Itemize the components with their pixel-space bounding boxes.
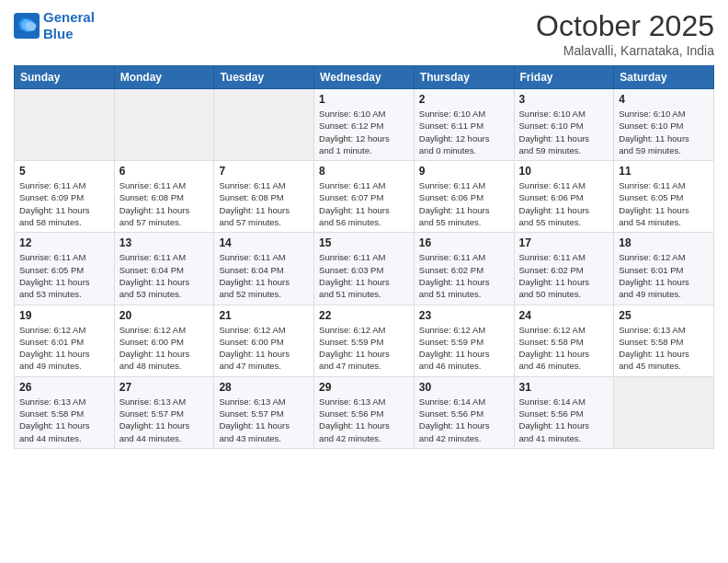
- calendar-day-3: 3Sunrise: 6:10 AM Sunset: 6:10 PM Daylig…: [514, 89, 614, 161]
- day-number: 13: [119, 236, 210, 249]
- calendar-day-12: 12Sunrise: 6:11 AM Sunset: 6:05 PM Dayli…: [15, 233, 115, 304]
- day-number: 25: [619, 309, 709, 322]
- day-info: Sunrise: 6:13 AM Sunset: 5:58 PM Dayligh…: [19, 396, 109, 444]
- day-number: 8: [319, 165, 409, 178]
- calendar-day-25: 25Sunrise: 6:13 AM Sunset: 5:58 PM Dayli…: [614, 304, 714, 376]
- day-info: Sunrise: 6:11 AM Sunset: 6:04 PM Dayligh…: [219, 251, 309, 300]
- day-info: Sunrise: 6:11 AM Sunset: 6:02 PM Dayligh…: [419, 251, 509, 300]
- header: General Blue October 2025 Malavalli, Kar…: [14, 9, 714, 58]
- logo: General Blue: [14, 9, 95, 42]
- location: Malavalli, Karnataka, India: [536, 43, 714, 58]
- day-number: 20: [119, 309, 210, 322]
- calendar-week-5: 26Sunrise: 6:13 AM Sunset: 5:58 PM Dayli…: [15, 376, 714, 448]
- calendar-table: SundayMondayTuesdayWednesdayThursdayFrid…: [14, 65, 714, 449]
- day-info: Sunrise: 6:12 AM Sunset: 5:58 PM Dayligh…: [519, 324, 609, 373]
- calendar-header-monday: Monday: [114, 66, 214, 89]
- calendar-day-7: 7Sunrise: 6:11 AM Sunset: 6:08 PM Daylig…: [214, 161, 314, 233]
- day-info: Sunrise: 6:12 AM Sunset: 5:59 PM Dayligh…: [419, 324, 509, 373]
- day-number: 26: [19, 381, 109, 394]
- day-number: 15: [319, 236, 409, 249]
- day-info: Sunrise: 6:14 AM Sunset: 5:56 PM Dayligh…: [419, 396, 509, 444]
- calendar-day-13: 13Sunrise: 6:11 AM Sunset: 6:04 PM Dayli…: [114, 233, 214, 304]
- day-number: 12: [19, 236, 109, 249]
- day-info: Sunrise: 6:12 AM Sunset: 6:01 PM Dayligh…: [19, 324, 109, 373]
- calendar-day-28: 28Sunrise: 6:13 AM Sunset: 5:57 PM Dayli…: [214, 376, 314, 448]
- calendar-day-16: 16Sunrise: 6:11 AM Sunset: 6:02 PM Dayli…: [414, 233, 514, 304]
- day-number: 29: [319, 381, 409, 394]
- day-number: 5: [19, 165, 109, 178]
- calendar-day-6: 6Sunrise: 6:11 AM Sunset: 6:08 PM Daylig…: [114, 161, 214, 233]
- calendar-header-tuesday: Tuesday: [214, 66, 314, 89]
- calendar-header-sunday: Sunday: [15, 66, 115, 89]
- calendar-header-row: SundayMondayTuesdayWednesdayThursdayFrid…: [15, 66, 714, 89]
- day-number: 10: [519, 165, 609, 178]
- day-info: Sunrise: 6:10 AM Sunset: 6:10 PM Dayligh…: [519, 108, 609, 156]
- calendar-day-29: 29Sunrise: 6:13 AM Sunset: 5:56 PM Dayli…: [314, 376, 415, 448]
- calendar-week-1: 1Sunrise: 6:10 AM Sunset: 6:12 PM Daylig…: [15, 89, 714, 161]
- day-number: 16: [419, 236, 509, 249]
- logo-text: General Blue: [43, 9, 95, 42]
- day-number: 22: [319, 309, 409, 322]
- logo-line2: Blue: [43, 26, 74, 41]
- calendar-day-11: 11Sunrise: 6:11 AM Sunset: 6:05 PM Dayli…: [614, 161, 714, 233]
- calendar-header-friday: Friday: [514, 66, 614, 89]
- day-info: Sunrise: 6:10 AM Sunset: 6:12 PM Dayligh…: [319, 108, 409, 156]
- calendar-empty: [114, 89, 214, 161]
- calendar-day-31: 31Sunrise: 6:14 AM Sunset: 5:56 PM Dayli…: [514, 376, 614, 448]
- calendar-day-23: 23Sunrise: 6:12 AM Sunset: 5:59 PM Dayli…: [414, 304, 514, 376]
- day-info: Sunrise: 6:12 AM Sunset: 6:00 PM Dayligh…: [119, 324, 210, 373]
- day-number: 9: [419, 165, 509, 178]
- day-info: Sunrise: 6:12 AM Sunset: 5:59 PM Dayligh…: [319, 324, 409, 373]
- day-number: 18: [619, 236, 709, 249]
- calendar-empty: [15, 89, 115, 161]
- day-number: 30: [419, 381, 509, 394]
- day-info: Sunrise: 6:11 AM Sunset: 6:07 PM Dayligh…: [319, 179, 409, 228]
- calendar-day-9: 9Sunrise: 6:11 AM Sunset: 6:06 PM Daylig…: [414, 161, 514, 233]
- calendar-day-21: 21Sunrise: 6:12 AM Sunset: 6:00 PM Dayli…: [214, 304, 314, 376]
- title-block: October 2025 Malavalli, Karnataka, India: [536, 9, 714, 58]
- day-number: 2: [419, 93, 509, 106]
- day-info: Sunrise: 6:11 AM Sunset: 6:09 PM Dayligh…: [19, 179, 109, 228]
- logo-line1: General: [43, 9, 95, 25]
- calendar-header-saturday: Saturday: [614, 66, 714, 89]
- calendar-day-18: 18Sunrise: 6:12 AM Sunset: 6:01 PM Dayli…: [614, 233, 714, 304]
- calendar-empty: [214, 89, 314, 161]
- day-number: 17: [519, 236, 609, 249]
- day-number: 4: [619, 93, 709, 106]
- calendar-day-20: 20Sunrise: 6:12 AM Sunset: 6:00 PM Dayli…: [114, 304, 214, 376]
- day-info: Sunrise: 6:13 AM Sunset: 5:57 PM Dayligh…: [219, 396, 309, 444]
- calendar-week-2: 5Sunrise: 6:11 AM Sunset: 6:09 PM Daylig…: [15, 161, 714, 233]
- day-info: Sunrise: 6:11 AM Sunset: 6:03 PM Dayligh…: [319, 251, 409, 300]
- calendar-day-30: 30Sunrise: 6:14 AM Sunset: 5:56 PM Dayli…: [414, 376, 514, 448]
- calendar-week-3: 12Sunrise: 6:11 AM Sunset: 6:05 PM Dayli…: [15, 233, 714, 304]
- calendar-day-1: 1Sunrise: 6:10 AM Sunset: 6:12 PM Daylig…: [314, 89, 415, 161]
- calendar-day-14: 14Sunrise: 6:11 AM Sunset: 6:04 PM Dayli…: [214, 233, 314, 304]
- calendar-day-2: 2Sunrise: 6:10 AM Sunset: 6:11 PM Daylig…: [414, 89, 514, 161]
- day-number: 27: [119, 381, 210, 394]
- calendar-day-22: 22Sunrise: 6:12 AM Sunset: 5:59 PM Dayli…: [314, 304, 415, 376]
- day-info: Sunrise: 6:13 AM Sunset: 5:57 PM Dayligh…: [119, 396, 210, 444]
- day-number: 6: [119, 165, 210, 178]
- day-number: 31: [519, 381, 609, 394]
- calendar-day-15: 15Sunrise: 6:11 AM Sunset: 6:03 PM Dayli…: [314, 233, 415, 304]
- day-info: Sunrise: 6:13 AM Sunset: 5:58 PM Dayligh…: [619, 324, 709, 373]
- calendar-header-thursday: Thursday: [414, 66, 514, 89]
- day-info: Sunrise: 6:11 AM Sunset: 6:08 PM Dayligh…: [119, 179, 210, 228]
- calendar-day-24: 24Sunrise: 6:12 AM Sunset: 5:58 PM Dayli…: [514, 304, 614, 376]
- day-info: Sunrise: 6:12 AM Sunset: 6:01 PM Dayligh…: [619, 251, 709, 300]
- calendar-day-17: 17Sunrise: 6:11 AM Sunset: 6:02 PM Dayli…: [514, 233, 614, 304]
- day-info: Sunrise: 6:12 AM Sunset: 6:00 PM Dayligh…: [219, 324, 309, 373]
- day-info: Sunrise: 6:11 AM Sunset: 6:04 PM Dayligh…: [119, 251, 210, 300]
- day-info: Sunrise: 6:11 AM Sunset: 6:08 PM Dayligh…: [219, 179, 309, 228]
- calendar-day-10: 10Sunrise: 6:11 AM Sunset: 6:06 PM Dayli…: [514, 161, 614, 233]
- month-title: October 2025: [536, 9, 714, 43]
- day-info: Sunrise: 6:11 AM Sunset: 6:06 PM Dayligh…: [419, 179, 509, 228]
- day-info: Sunrise: 6:10 AM Sunset: 6:10 PM Dayligh…: [619, 108, 709, 156]
- day-info: Sunrise: 6:13 AM Sunset: 5:56 PM Dayligh…: [319, 396, 409, 444]
- day-number: 1: [319, 93, 409, 106]
- day-info: Sunrise: 6:14 AM Sunset: 5:56 PM Dayligh…: [519, 396, 609, 444]
- calendar-day-4: 4Sunrise: 6:10 AM Sunset: 6:10 PM Daylig…: [614, 89, 714, 161]
- day-info: Sunrise: 6:11 AM Sunset: 6:06 PM Dayligh…: [519, 179, 609, 228]
- calendar-week-4: 19Sunrise: 6:12 AM Sunset: 6:01 PM Dayli…: [15, 304, 714, 376]
- calendar-day-27: 27Sunrise: 6:13 AM Sunset: 5:57 PM Dayli…: [114, 376, 214, 448]
